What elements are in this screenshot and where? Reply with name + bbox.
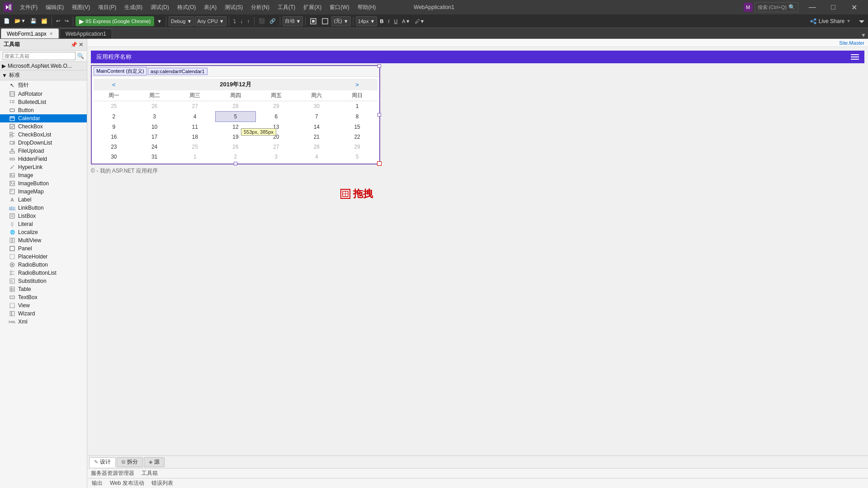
calendar-day-cell[interactable]: 22 <box>337 132 377 142</box>
save-button[interactable]: 💾 <box>28 16 38 26</box>
toolbox-search-input[interactable] <box>3 52 75 60</box>
calendar-day-cell[interactable]: 28 <box>297 142 337 152</box>
save-all-button[interactable]: 🗂️ <box>39 16 49 26</box>
resize-handle-bottom-middle[interactable] <box>234 162 237 165</box>
toolbox-group-aspnet[interactable]: ▶ Microsoft.AspNet.Web.O... <box>0 62 87 70</box>
calendar-day-cell[interactable]: 15 <box>337 122 377 132</box>
menu-file[interactable]: 文件(F) <box>16 2 41 13</box>
toolbox-item-radiobuttonlist[interactable]: RadioButtonList <box>0 269 87 277</box>
toolbox-item-checkboxlist[interactable]: CheckBoxList <box>0 131 87 139</box>
new-project-button[interactable]: 📄 <box>2 16 12 26</box>
menu-debug[interactable]: 调试(D) <box>147 2 173 13</box>
breadcrumb-tag-calendar[interactable]: asp:calendar#Calendar1 <box>148 68 208 75</box>
calendar-day-cell[interactable]: 26 <box>134 101 175 112</box>
calendar-day-cell[interactable]: 12 <box>215 122 256 132</box>
open-file-button[interactable]: 📂▼ <box>13 16 28 26</box>
error-list-tab[interactable]: 错误列表 <box>150 479 175 487</box>
web-publish-tab[interactable]: Web 发布活动 <box>108 479 146 487</box>
calendar-day-cell[interactable]: 3 <box>256 152 297 162</box>
calendar-day-cell[interactable]: 5 <box>337 152 377 162</box>
undo-button[interactable]: ↩ <box>54 16 62 26</box>
underline-button[interactable]: U <box>392 16 399 26</box>
toolbox-item-placeholder[interactable]: PlaceHolder <box>0 253 87 261</box>
calendar-day-cell[interactable]: 7 <box>297 112 337 122</box>
toolbox-item-substitution[interactable]: S Substitution <box>0 277 87 285</box>
calendar-day-cell[interactable]: 27 <box>175 101 215 112</box>
toolbox-item-fileupload[interactable]: FileUpload <box>0 147 87 155</box>
toolbox-item-imagemap[interactable]: ImageMap <box>0 188 87 196</box>
menu-view[interactable]: 视图(V) <box>68 2 94 13</box>
absolute-position-button[interactable] <box>308 16 319 26</box>
toolbox-item-imagebutton[interactable]: ImageButton <box>0 179 87 188</box>
resize-handle-right-middle[interactable] <box>377 113 381 117</box>
calendar-day-cell[interactable]: 30 <box>297 101 337 112</box>
toolbox-item-wizard[interactable]: Wizard <box>0 310 87 318</box>
calendar-day-cell[interactable]: 4 <box>297 152 337 162</box>
menu-help[interactable]: 帮助(H) <box>354 2 380 13</box>
calendar-day-cell[interactable]: 31 <box>134 152 175 162</box>
calendar-day-cell[interactable]: 11 <box>175 122 215 132</box>
toolbox-item-listbox[interactable]: ListBox <box>0 212 87 220</box>
calendar-day-cell[interactable]: 27 <box>256 142 297 152</box>
menu-edit[interactable]: 编辑(E) <box>42 2 67 13</box>
tab-design[interactable]: ✎ 设计 <box>89 457 116 467</box>
toolbox-item-textbox[interactable]: TextBox <box>0 293 87 301</box>
toolbox-item-xml[interactable]: XML Xml <box>0 318 87 326</box>
calendar-day-cell[interactable]: 4 <box>175 112 215 122</box>
calendar-day-cell[interactable]: 21 <box>297 132 337 142</box>
toolbox-bottom-tab[interactable]: 工具箱 <box>140 469 160 477</box>
tab-split[interactable]: ⧉ 拆分 <box>117 457 143 467</box>
calendar-day-cell[interactable]: 19 <box>215 132 256 142</box>
calendar-day-cell[interactable]: 28 <box>215 101 256 112</box>
toolbar-expand-button[interactable] <box>857 16 866 26</box>
calendar-day-cell[interactable]: 1 <box>175 152 215 162</box>
step-out-button[interactable]: ↑ <box>245 16 252 26</box>
breakpoint-button[interactable]: ⬛ <box>257 16 267 26</box>
calendar-day-cell[interactable]: 9 <box>94 122 134 132</box>
resize-handle-top-right[interactable] <box>377 64 381 68</box>
redo-button[interactable]: ↪ <box>63 16 71 26</box>
site-master-link[interactable]: Site.Master <box>839 40 864 46</box>
hamburger-icon[interactable] <box>851 54 859 60</box>
highlight-button[interactable]: 🖊▼ <box>413 16 427 26</box>
run-button[interactable]: ▶ IIS Express (Google Chrome) <box>75 16 154 26</box>
toolbox-group-standard[interactable]: ▼ 标准 <box>0 70 87 80</box>
tab-source[interactable]: ◈ 源 <box>144 457 165 467</box>
prev-month-button[interactable]: < <box>94 79 134 90</box>
config-combo[interactable]: Debug▼ <box>169 16 194 26</box>
calendar-day-cell[interactable]: 26 <box>215 142 256 152</box>
menu-test[interactable]: 测试(S) <box>221 2 246 13</box>
toolbox-item-hyperlink[interactable]: HyperLink <box>0 163 87 171</box>
toolbox-item-pointer[interactable]: ↖ 指针 <box>0 80 87 90</box>
calendar-day-cell[interactable]: 29 <box>337 142 377 152</box>
relative-position-button[interactable] <box>320 16 330 26</box>
search-box[interactable]: 搜索 (Ctrl+Q) 🔍 <box>755 2 798 12</box>
attach-button[interactable]: 🔗 <box>268 16 278 26</box>
next-month-button[interactable]: > <box>337 79 377 90</box>
live-share-button[interactable]: Live Share ▼ <box>806 18 854 25</box>
toolbox-item-localize[interactable]: 🌐 Localize <box>0 228 87 236</box>
toolbox-item-panel[interactable]: Panel <box>0 244 87 253</box>
run-config-dropdown[interactable]: ▼ <box>155 16 164 26</box>
server-explorer-tab[interactable]: 服务器资源管理器 <box>89 469 136 477</box>
toolbox-close-icon[interactable]: ✕ <box>79 42 83 48</box>
calendar-day-cell[interactable]: 5 <box>215 112 256 122</box>
maximize-button[interactable]: □ <box>823 0 844 14</box>
italic-button[interactable]: I <box>386 16 391 26</box>
calendar-day-cell[interactable]: 2 <box>94 112 134 122</box>
calendar-day-cell[interactable]: 23 <box>94 142 134 152</box>
auto-combo[interactable]: 自动▼ <box>283 16 303 26</box>
menu-build[interactable]: 生成(B) <box>121 2 146 13</box>
calendar-day-cell[interactable]: 6 <box>256 112 297 122</box>
menu-tools[interactable]: 工具(T) <box>274 2 299 13</box>
none-combo[interactable]: (无)▼ <box>331 16 350 26</box>
minimize-button[interactable]: — <box>802 0 823 14</box>
calendar-day-cell[interactable]: 24 <box>134 142 175 152</box>
calendar-day-cell[interactable]: 14 <box>297 122 337 132</box>
calendar-day-cell[interactable]: 3 <box>134 112 175 122</box>
step-in-button[interactable]: ↓ <box>239 16 245 26</box>
toolbox-item-table[interactable]: Table <box>0 285 87 293</box>
calendar-day-cell[interactable]: 1 <box>337 101 377 112</box>
font-color-button[interactable]: A▼ <box>400 16 412 26</box>
tab-webapplication[interactable]: WebApplication1 <box>60 28 112 38</box>
